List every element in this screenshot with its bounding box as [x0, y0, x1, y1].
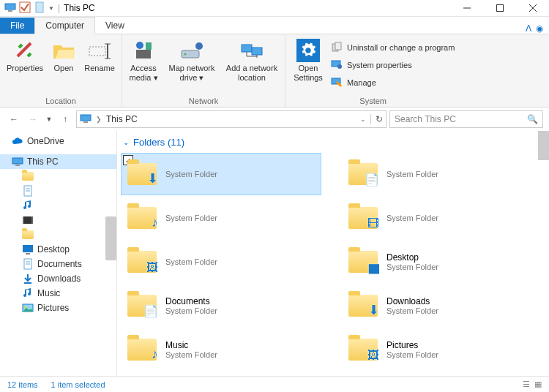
- svg-rect-28: [83, 121, 88, 123]
- forward-button[interactable]: →: [25, 111, 41, 127]
- content-scrollbar[interactable]: [538, 131, 549, 160]
- svg-rect-36: [31, 216, 33, 224]
- svg-rect-35: [23, 216, 24, 224]
- group-label-location: Location: [4, 95, 117, 105]
- sidebar-item-folder[interactable]: [0, 169, 116, 184]
- picture-folder-icon: 🖼: [126, 246, 158, 278]
- up-button[interactable]: ↑: [57, 111, 73, 127]
- download-folder-icon: ⬇: [347, 290, 379, 322]
- svg-rect-30: [15, 165, 20, 166]
- sidebar-item-label: OneDrive: [27, 136, 64, 146]
- large-icons-view-button[interactable]: ▦: [534, 380, 542, 389]
- svg-point-16: [195, 42, 203, 50]
- network-location-icon: [240, 39, 264, 62]
- sidebar-item-OneDrive[interactable]: OneDrive: [0, 134, 116, 148]
- folder-sublabel: System Folder: [386, 350, 438, 359]
- map-drive-button[interactable]: Map network drive ▾: [163, 37, 220, 95]
- close-button[interactable]: [516, 0, 549, 17]
- svg-rect-29: [12, 158, 23, 164]
- search-input[interactable]: [395, 114, 527, 124]
- minimize-button[interactable]: [450, 0, 483, 17]
- video-folder-icon: 🎞: [347, 202, 379, 234]
- collapse-ribbon-icon[interactable]: ᐱ: [526, 23, 531, 34]
- qat-doc-icon[interactable]: [34, 1, 45, 15]
- sidebar-item-Downloads[interactable]: Downloads: [0, 271, 116, 286]
- uninstall-link[interactable]: Uninstall or change a program: [329, 40, 456, 55]
- tab-view[interactable]: View: [95, 18, 135, 34]
- folders-section-header[interactable]: ⌄ Folders (11): [122, 135, 542, 149]
- tab-file[interactable]: File: [0, 18, 34, 34]
- navbar: ← → ▼ ↑ ❯ This PC ⌄ ↻ 🔍: [0, 108, 549, 131]
- chevron-right-icon[interactable]: ❯: [96, 116, 102, 123]
- video-icon: [22, 214, 34, 226]
- sidebar-item-label: This PC: [27, 157, 59, 167]
- svg-rect-5: [496, 5, 503, 12]
- help-icon[interactable]: ◉: [536, 23, 543, 34]
- sidebar-item-doc[interactable]: [0, 184, 116, 198]
- open-button[interactable]: Open: [48, 37, 79, 95]
- tab-computer[interactable]: Computer: [34, 17, 95, 34]
- cloud-icon: [12, 135, 23, 147]
- music-icon: [22, 287, 34, 299]
- svg-point-25: [337, 64, 342, 69]
- sidebar-item-folder[interactable]: [0, 227, 116, 242]
- sidebar-item-video[interactable]: [0, 213, 116, 227]
- sidebar-item-Desktop[interactable]: Desktop: [0, 242, 116, 257]
- folder-sublabel: System Folder: [386, 170, 438, 178]
- svg-rect-23: [335, 42, 341, 50]
- sidebar-item-label: Music: [37, 288, 60, 298]
- sidebar[interactable]: OneDriveThis PCDesktopDocumentsDownloads…: [0, 131, 117, 376]
- qat-checkbox-icon[interactable]: [19, 1, 31, 15]
- sidebar-scrollbar[interactable]: [105, 216, 116, 260]
- pc-icon: [80, 113, 92, 127]
- details-view-button[interactable]: ☰: [523, 380, 530, 389]
- sidebar-item-music[interactable]: [0, 198, 116, 213]
- add-network-location-button[interactable]: Add a network location: [223, 37, 280, 95]
- svg-rect-3: [36, 2, 43, 12]
- folder-name: Desktop: [386, 252, 438, 263]
- history-dropdown[interactable]: ▼: [44, 111, 54, 127]
- system-properties-link[interactable]: System properties: [329, 58, 456, 72]
- folder-item[interactable]: 🖼System Folder: [122, 241, 321, 282]
- svg-rect-38: [26, 253, 30, 255]
- sidebar-item-label: Desktop: [37, 244, 70, 255]
- music-folder-icon: ♪: [126, 202, 158, 234]
- pc-icon: [4, 1, 16, 15]
- content-area[interactable]: ⌄ Folders (11) ✓⬇System Folder📄System Fo…: [117, 131, 549, 376]
- sidebar-item-Pictures[interactable]: Pictures: [0, 301, 116, 315]
- folder-item[interactable]: ♪MusicSystem Folder: [122, 329, 321, 370]
- folder-item[interactable]: 🎞System Folder: [343, 197, 542, 238]
- rename-button[interactable]: Rename: [82, 37, 117, 95]
- folder-item[interactable]: 📄DocumentsSystem Folder: [122, 285, 321, 326]
- ribbon: Properties Open Rename Location: [0, 34, 549, 108]
- address-dropdown-icon[interactable]: ⌄: [360, 116, 366, 123]
- manage-link[interactable]: Manage: [329, 75, 456, 90]
- folder-sublabel: System Folder: [386, 214, 438, 222]
- desktop-folder-icon: ▅: [347, 246, 379, 278]
- open-settings-button[interactable]: Open Settings: [290, 37, 326, 95]
- sidebar-item-Documents[interactable]: Documents: [0, 257, 116, 271]
- address-bar[interactable]: ❯ This PC ⌄ ↻: [76, 110, 386, 128]
- access-media-button[interactable]: Access media ▾: [127, 37, 160, 95]
- folder-name: Downloads: [386, 296, 438, 306]
- svg-rect-0: [5, 4, 15, 10]
- search-box[interactable]: 🔍: [389, 110, 543, 128]
- folder-item[interactable]: ⬇DownloadsSystem Folder: [343, 285, 542, 326]
- back-button[interactable]: ←: [6, 111, 22, 127]
- maximize-button[interactable]: [483, 0, 516, 17]
- refresh-button[interactable]: ↻: [370, 114, 383, 124]
- group-label-system: System: [290, 95, 456, 105]
- manage-icon: [331, 76, 343, 89]
- sidebar-item-This PC[interactable]: This PC: [0, 154, 116, 169]
- properties-button[interactable]: Properties: [4, 37, 45, 95]
- folder-item[interactable]: ✓⬇System Folder: [122, 154, 321, 195]
- sidebar-item-Music[interactable]: Music: [0, 286, 116, 301]
- folder-item[interactable]: ♪System Folder: [122, 197, 321, 238]
- folder-item[interactable]: ▅DesktopSystem Folder: [343, 241, 542, 282]
- folder-item[interactable]: 🖼PicturesSystem Folder: [343, 329, 542, 370]
- chevron-down-icon: ⌄: [123, 138, 129, 146]
- svg-rect-34: [23, 216, 33, 224]
- folder-item[interactable]: 📄System Folder: [343, 154, 542, 195]
- qat-dropdown-icon[interactable]: ▼: [48, 5, 54, 12]
- svg-rect-27: [81, 115, 91, 121]
